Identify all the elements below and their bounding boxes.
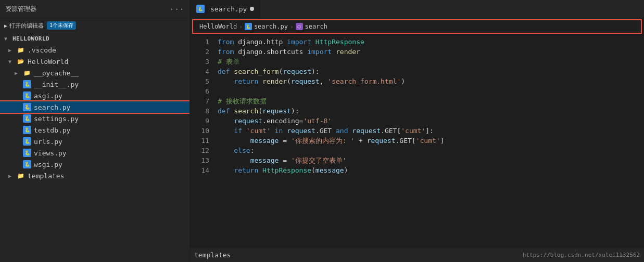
- line-numbers: 12345 678910 11121314: [190, 35, 213, 247]
- sidebar-item-urls-py[interactable]: 🐍 urls.py: [0, 136, 190, 147]
- sidebar-item-vscode[interactable]: ▶ 📁 .vscode: [0, 44, 190, 56]
- python-file-icon: 🐍: [23, 137, 31, 146]
- root-label: HELLOWORLD: [12, 35, 49, 42]
- sidebar-item-views-py[interactable]: 🐍 views.py: [0, 147, 190, 159]
- tree-item-label: HelloWorld: [28, 58, 68, 66]
- code-line-4: def search_form(request):: [213, 67, 644, 76]
- code-line-1: from django.http import HttpResponse: [213, 37, 644, 47]
- unsaved-badge: 1个未保存: [47, 21, 76, 30]
- sidebar-item-init-py[interactable]: 🐍 __init__.py: [0, 78, 190, 90]
- chevron-right-icon: ▶: [8, 47, 15, 53]
- chevron-down-icon: ▼: [4, 36, 10, 42]
- tree-item-label: testdb.py: [34, 126, 70, 134]
- chevron-right-icon: ▶: [15, 70, 21, 76]
- python-file-icon: 🐍: [23, 114, 31, 123]
- chevron-right-icon: ▶: [4, 23, 7, 29]
- code-line-5: return render(request, 'search_form.html…: [213, 76, 644, 86]
- tree-item-label: __init__.py: [34, 81, 79, 88]
- breadcrumb-helloworld: HelloWorld: [199, 23, 237, 30]
- code-line-3: # 表单: [213, 57, 644, 67]
- tree-item-label: views.py: [34, 149, 67, 157]
- sidebar: ▶ 打开的编辑器 1个未保存 ▼ HELLOWORLD ▶ 📁 .vscode …: [0, 18, 190, 262]
- file-tree: ▼ HELLOWORLD ▶ 📁 .vscode ▼ 📂 HelloWorld …: [0, 33, 190, 262]
- tree-item-label: .vscode: [28, 46, 56, 54]
- tree-item-label: templates: [28, 172, 64, 180]
- breadcrumb: HelloWorld › 🐍 search.py › ⬡ search: [192, 19, 642, 34]
- sidebar-item-testdb-py[interactable]: 🐍 testdb.py: [0, 124, 190, 136]
- python-file-icon: 🐍: [23, 91, 31, 100]
- code-line-13: message = '你提交了空表单': [213, 155, 644, 165]
- bottom-bar: templates https://blog.csdn.net/xulei113…: [190, 247, 644, 262]
- code-line-10: if 'cumt' in request.GET and request.GET…: [213, 126, 644, 136]
- sidebar-item-search-py[interactable]: 🐍 search.py: [0, 101, 190, 113]
- editor-container: HelloWorld › 🐍 search.py › ⬡ search 1234…: [190, 18, 644, 262]
- function-icon: ⬡: [296, 23, 303, 30]
- tree-item-label: wsgi.py: [34, 161, 62, 168]
- breadcrumb-search-py: 🐍 search.py: [245, 23, 288, 30]
- sidebar-item-asgi-py[interactable]: 🐍 asgi.py: [0, 90, 190, 101]
- folder-icon: 📁: [23, 69, 31, 77]
- code-line-8: def search(request):: [213, 106, 644, 116]
- tree-item-label: settings.py: [34, 115, 79, 123]
- tree-item-label: search.py: [34, 103, 70, 111]
- code-line-14: return HttpResponse(message): [213, 165, 644, 175]
- code-line-12: else:: [213, 146, 644, 155]
- python-icon: 🐍: [245, 23, 252, 30]
- python-file-icon: 🐍: [23, 126, 31, 134]
- chevron-down-icon: ▼: [8, 59, 15, 64]
- tab-file-icon: 🐍: [196, 5, 205, 13]
- sidebar-item-helloworld[interactable]: ▼ 📂 HelloWorld: [0, 56, 190, 67]
- tab-search-py[interactable]: 🐍 search.py: [190, 0, 261, 18]
- chevron-right-icon: ▶: [8, 173, 15, 179]
- python-file-icon: 🐍: [23, 103, 31, 111]
- unsaved-dot: [250, 7, 254, 11]
- code-line-11: message = '你搜索的内容为: ' + request.GET['cum…: [213, 136, 644, 146]
- tree-item-label: asgi.py: [34, 92, 62, 100]
- sidebar-item-settings-py[interactable]: 🐍 settings.py: [0, 113, 190, 124]
- code-line-7: # 接收请求数据: [213, 96, 644, 106]
- folder-icon: 📂: [17, 57, 25, 66]
- sidebar-item-wsgi-py[interactable]: 🐍 wsgi.py: [0, 159, 190, 170]
- tree-item-label: urls.py: [34, 138, 62, 146]
- tree-item-label: __pycache__: [34, 69, 79, 77]
- python-file-icon: 🐍: [23, 149, 31, 157]
- more-button[interactable]: ···: [169, 4, 184, 14]
- main-area: ▶ 打开的编辑器 1个未保存 ▼ HELLOWORLD ▶ 📁 .vscode …: [0, 18, 644, 262]
- tab-area: 🐍 search.py: [190, 0, 644, 18]
- code-line-9: request.encoding='utf-8': [213, 116, 644, 126]
- breadcrumb-search-fn: ⬡ search: [296, 23, 327, 30]
- explorer-title: 资源管理器: [5, 5, 36, 14]
- breadcrumb-sep-2: ›: [290, 23, 294, 30]
- open-editors-section[interactable]: ▶ 打开的编辑器 1个未保存: [0, 18, 190, 33]
- tree-root-helloworld[interactable]: ▼ HELLOWORLD: [0, 33, 190, 44]
- code-editor[interactable]: from django.http import HttpResponse fro…: [213, 35, 644, 247]
- blog-url: https://blog.csdn.net/xulei1132562: [523, 252, 640, 258]
- tab-label: search.py: [210, 5, 247, 13]
- sidebar-header: 资源管理器 ···: [0, 0, 190, 18]
- top-bar: 资源管理器 ··· 🐍 search.py: [0, 0, 644, 18]
- open-editors-label: 打开的编辑器: [9, 22, 44, 30]
- python-file-icon: 🐍: [23, 160, 31, 168]
- editor-body[interactable]: 12345 678910 11121314 from django.http i…: [190, 35, 644, 247]
- code-line-6: [213, 86, 644, 96]
- sidebar-item-templates[interactable]: ▶ 📁 templates: [0, 170, 190, 181]
- templates-label: templates: [194, 251, 231, 259]
- keyword: from: [218, 37, 234, 47]
- sidebar-item-pycache[interactable]: ▶ 📁 __pycache__: [0, 67, 190, 78]
- code-line-2: from django.shortcuts import render: [213, 47, 644, 57]
- python-file-icon: 🐍: [23, 80, 31, 88]
- folder-icon: 📁: [17, 172, 25, 180]
- folder-icon: 📁: [17, 46, 25, 54]
- breadcrumb-sep-1: ›: [239, 23, 243, 30]
